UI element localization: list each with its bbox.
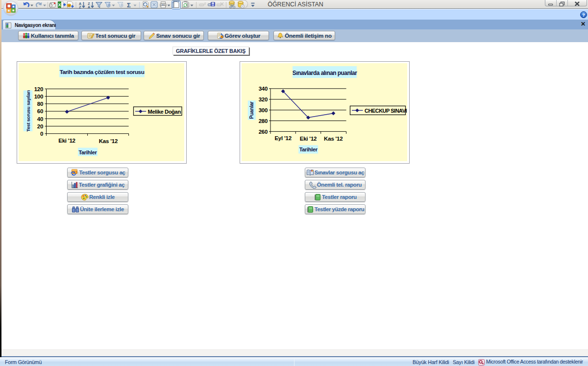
svg-text:Tarih bazında çözülen test sor: Tarih bazında çözülen test sorusu — [60, 69, 145, 75]
svg-text:X: X — [58, 2, 61, 7]
svg-text:Test sorusu sayıları: Test sorusu sayıları — [25, 90, 31, 132]
svg-text:320: 320 — [259, 97, 268, 102]
svg-text:?: ? — [582, 12, 585, 18]
svg-text:Eki '12: Eki '12 — [58, 138, 75, 144]
svg-text:60: 60 — [37, 108, 43, 114]
svg-text:A: A — [79, 2, 81, 5]
svg-text:20: 20 — [37, 123, 43, 129]
svg-text:Z: Z — [88, 2, 90, 5]
svg-text:40: 40 — [37, 116, 43, 122]
svg-text:Puanlar: Puanlar — [249, 101, 254, 119]
svg-text:0: 0 — [40, 131, 43, 137]
svg-text:280: 280 — [259, 118, 268, 124]
svg-text:Σ: Σ — [127, 1, 131, 9]
svg-text:260: 260 — [259, 129, 268, 135]
svg-text:Melike Doğan: Melike Doğan — [148, 109, 181, 115]
svg-text:340: 340 — [259, 86, 268, 92]
svg-text:80: 80 — [37, 101, 43, 107]
svg-text:Kas '12: Kas '12 — [324, 136, 343, 142]
svg-text:Eki '12: Eki '12 — [300, 136, 317, 142]
svg-text:CHECKUP SINAVI: CHECKUP SINAVI — [365, 108, 407, 114]
svg-text:Tarihler: Tarihler — [78, 149, 97, 155]
svg-text:Sınavlarda alınan puanlar: Sınavlarda alınan puanlar — [293, 70, 357, 76]
svg-text:Tarihler: Tarihler — [299, 146, 318, 152]
svg-text:Z: Z — [79, 5, 81, 9]
svg-text:100: 100 — [34, 94, 43, 99]
svg-text:A: A — [88, 5, 90, 9]
svg-text:Eyl '12: Eyl '12 — [274, 135, 292, 141]
svg-text:120: 120 — [34, 86, 43, 92]
svg-text:300: 300 — [259, 107, 268, 113]
svg-text:e: e — [68, 4, 70, 7]
svg-text:Kas '12: Kas '12 — [99, 138, 118, 144]
